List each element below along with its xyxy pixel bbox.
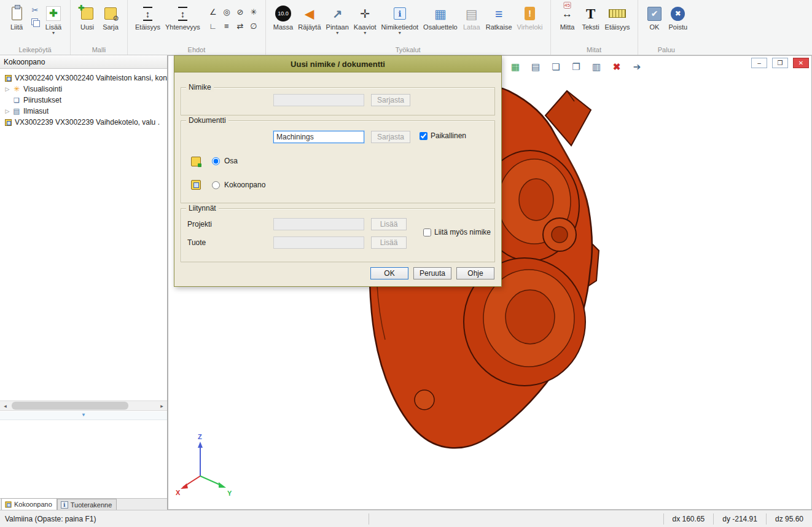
document-name-input[interactable] [273,131,364,143]
solve-label: Ratkaise [486,23,512,31]
coincidence-button[interactable]: ↕ Yhtenevyys [163,2,203,32]
tree-item-visualization[interactable]: ▷ ✳ Visualisointi [0,84,167,95]
window-icon[interactable]: ❐ [569,60,584,74]
ruler-icon [609,9,626,18]
assembly-radio[interactable] [212,181,220,189]
tangent-constraint-icon[interactable]: ⊘ [233,5,247,19]
assembly-icon [3,119,13,126]
expander-icon[interactable]: ▷ [3,86,12,92]
dialog-title-bar[interactable]: Uusi nimike / dokumentti [174,56,501,72]
exit-button[interactable]: ✖ Poistu [666,2,690,32]
status-message: Valmiina (Opaste: paina F1) [0,515,369,523]
product-input [273,236,364,249]
to-surface-button[interactable]: ↗ Pintaan ▾ [324,2,351,36]
y-axis-label: Y [227,490,232,497]
copy-view-icon[interactable]: ❏ [548,60,563,74]
new-button[interactable]: ✚ Uusi [76,2,99,32]
load-label: Lataa [463,23,480,31]
concentric-constraint-icon[interactable]: ◎ [220,5,233,19]
ribbon-group-clipboard: Liitä ✂ ✚ Lisää ▾ Leikepöytä [0,0,70,55]
delete-icon[interactable]: ✖ [609,60,624,74]
dimension-button[interactable]: ↔45 Mitta [556,2,579,32]
tree-item-appearances[interactable]: ▷ ▤ Ilmiasut [0,106,167,117]
local-checkbox[interactable] [420,132,427,140]
paste-label: Liitä [10,23,23,31]
x-axis-label: X [176,489,181,496]
print-icon[interactable]: ▥ [589,60,604,74]
sheet-icon[interactable]: ▤ [528,60,543,74]
scissors-icon: ✂ [32,6,39,14]
tree-item-drawings[interactable]: ❏ Piirustukset [0,95,167,106]
item-data-button[interactable]: ℹ Nimiketiedot ▾ [379,2,421,36]
measure-distance-button[interactable]: Etäisyys [603,2,633,32]
solve-icon: ≡ [495,7,502,20]
item-group: Nimike Sarjasta [181,87,495,115]
tab-assembly[interactable]: Kokoonpano [1,498,57,510]
diagrams-button[interactable]: ✛ Kaaviot ▾ [351,2,379,36]
new-part-icon: ✚ [81,7,93,20]
scroll-right-arrow[interactable]: ▸ [157,401,167,410]
minimize-button[interactable]: – [751,58,767,68]
explode-icon: ◀ [305,8,314,20]
ok-ribbon-button[interactable]: ✔ OK [643,2,666,32]
expander-icon[interactable]: ▷ [3,108,12,114]
perpendicular-constraint-icon[interactable]: ∟ [206,19,220,33]
link-item-checkbox[interactable] [423,228,431,236]
local-checkbox-label: Paikallinen [431,131,466,140]
scrollbar-thumb[interactable] [12,402,128,410]
help-button[interactable]: Ohje [456,267,494,279]
sort-indicator-icon[interactable]: ▼ [81,413,86,418]
scrollbar-track[interactable] [10,401,157,410]
close-button[interactable]: ✕ [793,58,809,68]
ok-button[interactable]: OK [370,267,408,279]
restore-button[interactable]: ❐ [772,58,788,68]
series-button[interactable]: ⚙ Sarja [99,2,122,32]
new-label: Uusi [80,23,94,31]
part-radio[interactable] [212,157,220,165]
tree-horizontal-scrollbar[interactable]: ◂ ▸ [0,400,167,411]
solve-button[interactable]: ≡ Ratkaise [483,2,515,32]
item-group-legend: Nimike [186,83,214,92]
tree-item-root-assembly[interactable]: VX3002240 VX3002240 Vaihteiston kansi, k… [0,72,167,84]
item-code-input [273,94,364,106]
parts-list-label: Osaluettelo [423,23,458,31]
angle-constraint-icon[interactable]: ∠ [206,5,220,19]
assembly-tab-icon [6,501,12,507]
part-icon [191,157,201,166]
z-axis-label: Z [198,433,202,440]
cancel-button[interactable]: Peruuta [413,267,451,279]
distance-constraint-button[interactable]: ↕ Etäisyys [133,2,163,32]
cut-button[interactable]: ✂ [29,5,41,15]
mass-button[interactable]: 10.0 Massa [271,2,295,32]
mass-icon: 10.0 [275,6,291,21]
load-icon: ▤ [466,7,478,20]
parts-list-button[interactable]: ▦ Osaluettelo [421,2,460,32]
dropdown-caret-icon: ▾ [52,31,55,35]
assembly-tree-panel: Kokoonpano VX3002240 VX3002240 Vaihteist… [0,55,168,510]
diameter-constraint-icon[interactable]: ∅ [247,19,260,33]
symmetry-constraint-icon[interactable]: ✳ [247,5,260,19]
group-label-tools: Työkalut [266,46,550,53]
dy-readout: dy -214.91 [714,510,766,527]
add-button[interactable]: ✚ Lisää ▾ [42,2,65,36]
paste-button[interactable]: Liitä [5,2,28,32]
window-controls: – ❐ ✕ [751,58,809,68]
copy-button[interactable] [29,17,41,27]
tab-product-structure[interactable]: ℹ Tuoterakenne [57,499,117,510]
align-constraint-icon[interactable]: ⇄ [233,19,247,33]
application-window: Liitä ✂ ✚ Lisää ▾ Leikepöytä ✚ Uusi ⚙ Sa… [0,0,812,527]
parts-list-icon: ▦ [434,7,447,20]
parallel-constraint-icon[interactable]: ≡ [220,19,233,33]
document-group: Dokumentti Sarjasta Paikallinen Osa Koko… [181,120,495,203]
item-data-icon: ℹ [394,7,406,20]
grid-table-icon[interactable]: ▦ [508,60,523,74]
scroll-left-arrow[interactable]: ◂ [0,401,10,410]
new-item-dialog: Uusi nimike / dokumentti Nimike Sarjasta… [174,55,502,287]
export-icon[interactable]: ➔ [630,60,644,74]
text-label: Teksti [582,23,599,31]
tree-item-sub-assembly[interactable]: VX3002239 VX3002239 Vaihdekotelo, valu . [0,117,167,128]
text-button[interactable]: T Teksti [579,2,603,32]
explode-button[interactable]: ◀ Räjäytä [295,2,323,32]
series-icon: ⚙ [104,7,117,20]
dropdown-caret-icon: ▾ [399,31,401,35]
